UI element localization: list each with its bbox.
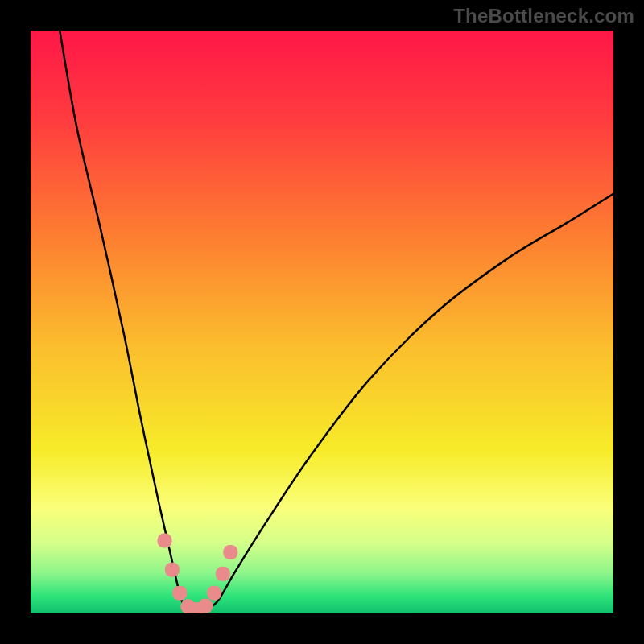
highlight-dot [172,586,187,601]
bottleneck-chart [31,31,613,613]
highlight-dot [158,534,172,548]
chart-frame: TheBottleneck.com [0,0,644,644]
gradient-background [31,31,613,613]
highlight-dot [198,599,213,613]
watermark-text: TheBottleneck.com [453,5,634,27]
highlight-dot [207,586,221,601]
highlight-dot [223,545,237,559]
highlight-dot [165,563,180,577]
plot-area [31,31,613,613]
highlight-dot [216,567,230,581]
